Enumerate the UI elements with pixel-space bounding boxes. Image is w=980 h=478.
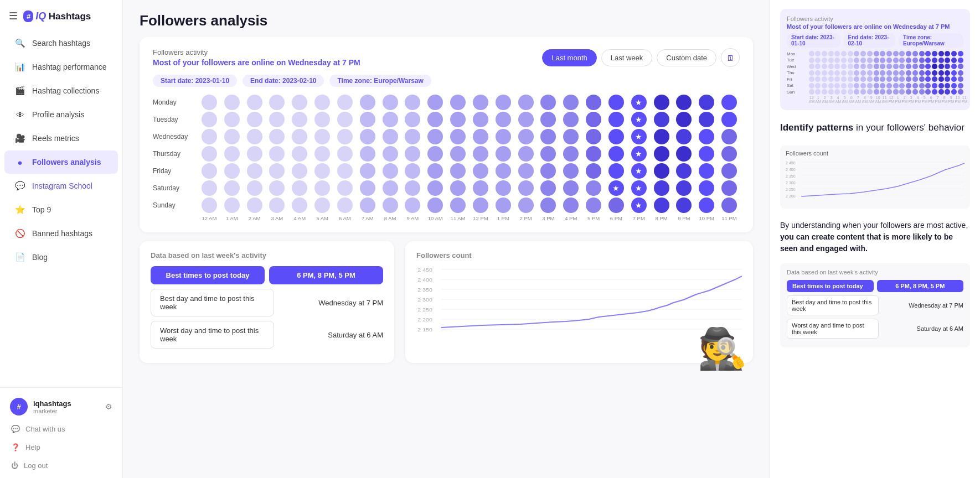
heatmap-dot [473,129,488,144]
rp-mini-dot [854,83,859,89]
hamburger-icon[interactable]: ☰ [9,10,18,22]
heatmap-cell [515,146,537,162]
heatmap-cell [538,112,559,127]
heatmap-dot [496,95,511,110]
sidebar-item-collections[interactable]: 🎬 Hashtag collections [4,79,118,102]
sidebar-item-search[interactable]: 🔍 Search hashtags [4,32,118,55]
heatmap-dot [518,129,534,144]
chat-label: Chat with us [25,425,65,433]
rp-chart-svg: 2 450 2 400 2 350 2 300 2 250 2 200 [786,158,964,202]
rp-mini-dot [945,70,950,76]
best-today-button[interactable]: Best times to post today [151,266,265,284]
heatmap-cell [719,146,740,162]
heatmap-dot [202,163,217,179]
heatmap-cell [425,129,446,144]
rp-mini-dot [880,64,885,69]
activity-label: Followers activity [153,48,360,56]
heatmap-cell [447,146,468,162]
rp-mini-dot [899,51,905,56]
heatmap-cell [199,163,220,179]
heatmap-cell [221,163,243,179]
rp-mini-dot [848,58,853,63]
heatmap-dot [676,95,692,110]
gear-icon[interactable]: ⚙ [105,402,112,411]
rp-mini-dot [860,89,866,95]
rp-mini-dot [906,70,911,76]
rp-mini-dot [828,51,834,56]
heatmap-dot [383,95,398,110]
chat-icon: 💬 [11,425,20,433]
heatmap-dot [496,163,511,179]
heatmap-cell [606,198,627,213]
sidebar-item-school[interactable]: 💬 Instagram School [4,174,118,198]
heatmap-cell [493,163,514,179]
heatmap-area: Monday★Tuesday★Wednesday★Thursday★Friday… [153,95,740,221]
heatmap-cell [402,180,423,196]
heatmap-dot: ★ [631,163,647,179]
heatmap-dot [427,112,443,127]
rp-mini-dot [854,51,859,56]
heatmap-time-label: 12 AM [199,215,220,221]
rp-mini-dot [938,89,944,95]
heatmap-dot [360,95,375,110]
heatmap-dot [518,95,534,110]
heatmap-time-label: 4 AM [289,215,310,221]
bottom-section: Data based on last week's activity Best … [140,241,753,363]
rp-mini-dot [951,51,957,56]
calendar-icon[interactable]: 🗓 [721,48,740,67]
sidebar-item-top9[interactable]: ⭐ Top 9 [4,198,118,221]
sidebar-item-label: Reels metrics [32,134,79,143]
chat-action[interactable]: 💬 Chat with us [6,420,117,438]
heatmap-dot [699,95,714,110]
heatmap-cell [583,95,604,110]
rp-best-week-key: Best day and time to post this week [787,295,879,315]
heatmap-cell [221,112,243,127]
school-icon: 💬 [14,180,25,191]
custom-date-button[interactable]: Custom date [657,49,716,66]
rp-mini-dot [945,83,950,89]
rp-mini-dot [899,89,905,95]
user-name: iqhashtags [33,399,100,408]
last-week-button[interactable]: Last week [601,49,653,66]
heatmap-dot [563,146,579,162]
heatmap-dot [496,198,511,213]
heatmap-cell [719,163,740,179]
rp-mini-dot [860,64,866,69]
rp-best-today-btn[interactable]: Best times to post today [787,280,874,292]
heatmap-dot [292,180,307,196]
rp-mini-dot [932,83,937,89]
rp-mini-dot [841,64,847,69]
heatmap-dot [518,180,534,196]
heatmap-cell [289,129,310,144]
heatmap-cell [719,198,740,213]
heatmap-dot [540,129,556,144]
sidebar-item-blog[interactable]: 📄 Blog [4,246,118,269]
heatmap-cell: ★ [606,180,627,196]
sidebar-item-followers[interactable]: ● Followers analysis [4,150,118,174]
sidebar-item-banned[interactable]: 🚫 Banned hashtags [4,222,118,245]
last-month-button[interactable]: Last month [542,49,596,66]
chart-icon: 📊 [14,61,25,72]
heatmap-dot [450,129,466,144]
rp-mini-time-label: 10 AM [875,96,881,103]
rp-mini-dot [828,76,834,82]
sidebar-item-performance[interactable]: 📊 Hashtag performance [4,55,118,79]
heatmap-cell [447,163,468,179]
heatmap-dot [586,180,601,196]
best-week-value: Wednesday at 7 PM [278,299,383,307]
rp-mini-dot [828,83,834,89]
heatmap-cell [266,146,287,162]
rp-mini-dot [874,76,879,82]
stats-row-worst-week: Worst day and time to post this week Sat… [151,321,383,349]
sidebar-item-reels[interactable]: 🎥 Reels metrics [4,127,118,150]
chart-label: Followers count [416,251,742,259]
heatmap-dot: ★ [631,198,647,213]
heatmap-dot [269,146,285,162]
help-action[interactable]: ❓ Help [6,438,117,456]
logout-action[interactable]: ⏻ Log out [6,456,117,475]
heatmap-dot [269,112,285,127]
rp-mini-dot [912,76,918,82]
rp-mini-dot [809,64,814,69]
sidebar-item-profile[interactable]: 👁 Profile analysis [4,103,118,126]
heatmap-time-label: 2 PM [515,215,537,221]
